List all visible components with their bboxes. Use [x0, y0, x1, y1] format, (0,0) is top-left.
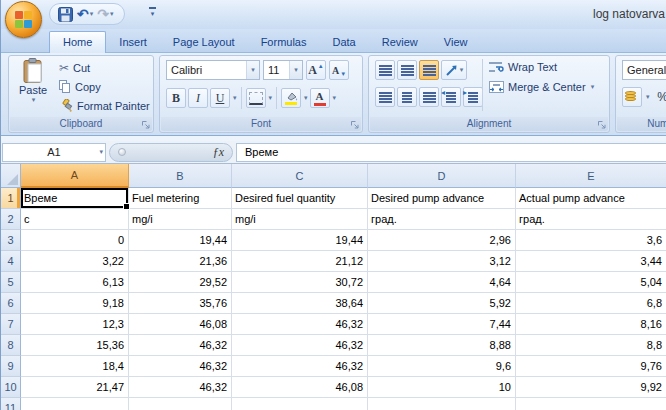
cell-A4[interactable]: 3,22 — [21, 251, 129, 272]
font-color-button[interactable]: A — [310, 88, 330, 108]
name-box[interactable]: A1 ▾ — [2, 143, 106, 162]
cell-B7[interactable]: 46,08 — [129, 314, 232, 335]
align-top-button[interactable] — [375, 60, 395, 80]
cell-E10[interactable]: 9,92 — [516, 377, 666, 398]
fill-color-button[interactable] — [281, 88, 301, 108]
cell-A2[interactable]: c — [21, 209, 129, 230]
insert-function-button[interactable]: ƒx — [213, 145, 224, 160]
column-header-B[interactable]: B — [129, 164, 232, 188]
tab-formulas[interactable]: Formulas — [248, 32, 320, 52]
font-color-dropdown-icon[interactable]: ▾ — [333, 94, 337, 102]
redo-dropdown-icon[interactable]: ▾ — [110, 10, 114, 18]
office-button[interactable] — [5, 1, 42, 38]
redo-button[interactable]: ↷ ▾ — [97, 7, 113, 21]
cell-D6[interactable]: 5,92 — [368, 293, 516, 314]
column-header-D[interactable]: D — [368, 164, 516, 188]
tab-home[interactable]: Home — [49, 31, 106, 53]
fill-color-dropdown-icon[interactable]: ▾ — [304, 94, 308, 102]
cell-C9[interactable]: 46,32 — [232, 356, 368, 377]
cell-D11[interactable] — [368, 398, 516, 410]
row-header-7[interactable]: 7 — [1, 314, 21, 335]
wrap-text-button[interactable]: Wrap Text — [489, 61, 594, 73]
merge-center-button[interactable]: Merge & Center ▾ — [489, 81, 594, 93]
cell-A1[interactable]: Време — [21, 188, 129, 209]
undo-button[interactable]: ↶ ▾ — [77, 7, 93, 21]
column-header-E[interactable]: E — [516, 164, 666, 188]
copy-button[interactable]: Copy — [59, 78, 150, 95]
cell-E5[interactable]: 5,04 — [516, 272, 666, 293]
cell-E4[interactable]: 3,44 — [516, 251, 666, 272]
cut-button[interactable]: ✂ Cut — [59, 59, 150, 76]
borders-dropdown-icon[interactable]: ▾ — [269, 94, 273, 102]
underline-dropdown-icon[interactable]: ▾ — [233, 94, 237, 102]
align-right-button[interactable] — [419, 87, 439, 107]
increase-indent-button[interactable]: ▸ — [463, 87, 483, 107]
cell-D8[interactable]: 8,88 — [368, 335, 516, 356]
cell-A10[interactable]: 21,47 — [21, 377, 129, 398]
cell-B5[interactable]: 29,52 — [129, 272, 232, 293]
row-header-8[interactable]: 8 — [1, 335, 21, 356]
align-center-button[interactable] — [397, 87, 417, 107]
cell-C1[interactable]: Desired fuel quantity — [232, 188, 368, 209]
cell-A8[interactable]: 15,36 — [21, 335, 129, 356]
cell-D5[interactable]: 4,64 — [368, 272, 516, 293]
shrink-font-button[interactable]: A ▼ — [329, 60, 349, 80]
cell-C11[interactable] — [232, 398, 368, 410]
cell-A3[interactable]: 0 — [21, 230, 129, 251]
cell-E1[interactable]: Actual pump advance — [516, 188, 666, 209]
cell-B8[interactable]: 46,32 — [129, 335, 232, 356]
cell-A11[interactable] — [21, 398, 129, 410]
font-dialog-launcher[interactable] — [350, 120, 360, 130]
cell-A7[interactable]: 12,3 — [21, 314, 129, 335]
tab-page-layout[interactable]: Page Layout — [160, 32, 248, 52]
cell-C7[interactable]: 46,32 — [232, 314, 368, 335]
cell-A5[interactable]: 6,13 — [21, 272, 129, 293]
cell-A9[interactable]: 18,4 — [21, 356, 129, 377]
paste-button[interactable]: Paste ▾ — [13, 58, 53, 116]
cell-A6[interactable]: 9,18 — [21, 293, 129, 314]
row-header-9[interactable]: 9 — [1, 356, 21, 377]
accounting-dropdown-icon[interactable]: ▾ — [646, 93, 650, 101]
tab-insert[interactable]: Insert — [106, 32, 160, 52]
cell-E8[interactable]: 8,8 — [516, 335, 666, 356]
cell-B4[interactable]: 21,36 — [129, 251, 232, 272]
cell-D7[interactable]: 7,44 — [368, 314, 516, 335]
row-header-3[interactable]: 3 — [1, 230, 21, 251]
cell-D4[interactable]: 3,12 — [368, 251, 516, 272]
column-header-A[interactable]: A — [21, 164, 129, 188]
align-middle-button[interactable] — [397, 60, 417, 80]
cell-C2[interactable]: mg/i — [232, 209, 368, 230]
decrease-indent-button[interactable]: ◂ — [441, 87, 461, 107]
cell-B2[interactable]: mg/i — [129, 209, 232, 230]
cell-E6[interactable]: 6,8 — [516, 293, 666, 314]
number-format-select[interactable]: General ▾ — [622, 60, 666, 80]
cell-E2[interactable]: град. — [516, 209, 666, 230]
cell-D9[interactable]: 9,6 — [368, 356, 516, 377]
select-all-button[interactable] — [1, 164, 21, 188]
cell-E11[interactable] — [516, 398, 666, 410]
row-header-4[interactable]: 4 — [1, 251, 21, 272]
formula-input[interactable]: Време — [236, 143, 666, 162]
cell-B11[interactable] — [129, 398, 232, 410]
cell-C5[interactable]: 30,72 — [232, 272, 368, 293]
merge-center-dropdown-icon[interactable]: ▾ — [591, 83, 595, 91]
cell-D3[interactable]: 2,96 — [368, 230, 516, 251]
cell-C6[interactable]: 38,64 — [232, 293, 368, 314]
cell-B9[interactable]: 46,32 — [129, 356, 232, 377]
bold-button[interactable]: B — [166, 88, 186, 108]
cell-B6[interactable]: 35,76 — [129, 293, 232, 314]
name-box-dropdown-icon[interactable]: ▾ — [99, 148, 103, 156]
cell-D10[interactable]: 10 — [368, 377, 516, 398]
row-header-6[interactable]: 6 — [1, 293, 21, 314]
font-name-select[interactable]: Calibri ▾ — [166, 60, 260, 80]
row-header-10[interactable]: 10 — [1, 377, 21, 398]
clipboard-dialog-launcher[interactable] — [141, 120, 151, 130]
alignment-dialog-launcher[interactable] — [597, 120, 607, 130]
row-header-11[interactable]: 11 — [1, 398, 21, 410]
cell-B10[interactable]: 46,32 — [129, 377, 232, 398]
tab-review[interactable]: Review — [369, 32, 431, 52]
grow-font-button[interactable]: A ▲ — [306, 60, 326, 80]
percent-style-button[interactable]: % — [653, 87, 666, 107]
underline-button[interactable]: U — [210, 88, 230, 108]
cell-B1[interactable]: Fuel metering — [129, 188, 232, 209]
